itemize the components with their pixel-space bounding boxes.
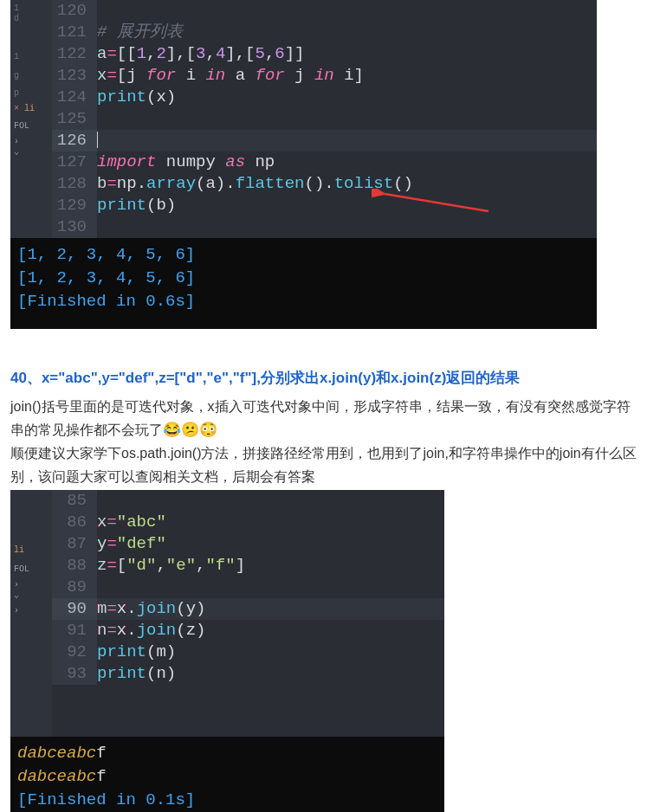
emoji-group: 😂😕😳 bbox=[163, 422, 217, 438]
chevron-right-icon[interactable]: › bbox=[14, 137, 52, 147]
line-number: 87 bbox=[52, 533, 97, 555]
console-output: dabceabcf dabceabcf [Finished in 0.1s] bbox=[10, 737, 444, 813]
code-line[interactable]: a=[[1,2],[3,4],[5,6]] bbox=[97, 43, 597, 65]
output-line: [1, 2, 3, 4, 5, 6] bbox=[17, 268, 195, 287]
output-line: [1, 2, 3, 4, 5, 6] bbox=[17, 245, 195, 264]
code-line[interactable] bbox=[97, 0, 597, 22]
sidebar-text: d bbox=[14, 14, 52, 24]
line-number: 128 bbox=[52, 173, 97, 195]
folders-label: FOL bbox=[14, 121, 52, 132]
code-editor-2: li FOL › ⌄ › 85 86x="abc" 87y="def" 88z=… bbox=[10, 490, 444, 813]
code-line[interactable]: n=x.join(z) bbox=[97, 620, 444, 641]
chevron-right-icon[interactable]: › bbox=[14, 580, 52, 590]
code-line[interactable]: import numpy as np bbox=[97, 151, 597, 173]
line-number: 125 bbox=[52, 108, 97, 130]
line-number: 124 bbox=[52, 87, 97, 108]
line-number: 89 bbox=[52, 577, 97, 598]
sidebar-text: 1 bbox=[14, 3, 52, 14]
line-number: 93 bbox=[52, 663, 97, 685]
chevron-down-icon[interactable]: ⌄ bbox=[14, 590, 52, 601]
line-number: 122 bbox=[52, 43, 97, 65]
line-number: 85 bbox=[52, 490, 97, 512]
code-line-active[interactable]: m=x.join(y) bbox=[97, 598, 444, 620]
code-line[interactable] bbox=[97, 216, 597, 238]
sidebar-text: g bbox=[14, 71, 52, 81]
editor-sidebar: 1 d 1 g p × li FOL › ⌄ bbox=[10, 0, 52, 238]
line-number: 120 bbox=[52, 0, 97, 22]
line-number: 123 bbox=[52, 65, 97, 87]
question-title: 40、x="abc",y="def",z=["d","e","f"],分别求出x… bbox=[10, 367, 637, 390]
sidebar-text: p bbox=[14, 88, 52, 99]
console-output: [1, 2, 3, 4, 5, 6] [1, 2, 3, 4, 5, 6] [F… bbox=[10, 238, 597, 329]
line-number: 121 bbox=[52, 22, 97, 43]
sidebar-open-file[interactable]: li bbox=[14, 545, 52, 556]
code-line[interactable]: b=np.array(a).flatten().tolist() bbox=[97, 173, 597, 195]
sidebar-open-file[interactable]: li bbox=[24, 104, 35, 113]
sidebar-text: 1 bbox=[14, 52, 52, 62]
chevron-right-icon[interactable]: › bbox=[14, 606, 52, 616]
output-line: [Finished in bbox=[17, 790, 146, 809]
code-line[interactable]: print(x) bbox=[97, 87, 597, 108]
line-number: 88 bbox=[52, 555, 97, 577]
text-cursor bbox=[97, 132, 98, 148]
output-line: [Finished in bbox=[17, 292, 146, 311]
code-line[interactable]: print(n) bbox=[97, 663, 444, 685]
folders-label: FOL bbox=[14, 564, 52, 575]
explanation-paragraph: join()括号里面的是可迭代对象，x插入可迭代对象中间，形成字符串，结果一致，… bbox=[10, 395, 637, 441]
explanation-paragraph: 顺便建议大家学下os.path.join()方法，拼接路径经常用到，也用到了jo… bbox=[10, 441, 637, 488]
line-number: 130 bbox=[52, 216, 97, 238]
code-line[interactable]: x="abc" bbox=[97, 512, 444, 533]
output-line: dabceabc bbox=[17, 744, 96, 763]
code-line[interactable]: y="def" bbox=[97, 533, 444, 555]
code-line[interactable]: print(b) bbox=[97, 195, 597, 216]
line-number: 127 bbox=[52, 151, 97, 173]
code-line[interactable]: z=["d","e","f"] bbox=[97, 555, 444, 577]
code-line[interactable]: # 展开列表 bbox=[97, 22, 597, 43]
line-number: 129 bbox=[52, 195, 97, 216]
chevron-down-icon[interactable]: ⌄ bbox=[14, 147, 52, 158]
line-number: 92 bbox=[52, 641, 97, 663]
code-line[interactable]: print(m) bbox=[97, 641, 444, 663]
close-icon[interactable]: × bbox=[14, 104, 19, 113]
editor-sidebar: li FOL › ⌄ › bbox=[10, 490, 52, 737]
code-line[interactable] bbox=[97, 108, 597, 130]
line-number: 126 bbox=[52, 130, 97, 151]
output-line: dabceabc bbox=[17, 767, 96, 786]
line-number: 90 bbox=[52, 598, 97, 620]
code-line[interactable]: x=[j for i in a for j in i] bbox=[97, 65, 597, 87]
code-line[interactable] bbox=[97, 577, 444, 598]
code-editor-1: 1 d 1 g p × li FOL › ⌄ 120 121# 展开列表 122… bbox=[10, 0, 597, 329]
line-number: 86 bbox=[52, 512, 97, 533]
line-number: 91 bbox=[52, 620, 97, 641]
code-line[interactable] bbox=[97, 490, 444, 512]
code-line-active[interactable] bbox=[97, 130, 597, 151]
